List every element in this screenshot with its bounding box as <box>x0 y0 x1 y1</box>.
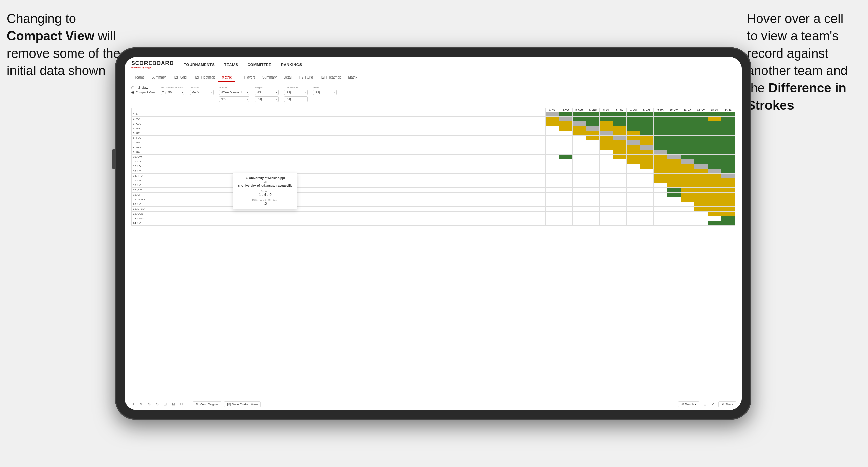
matrix-cell[interactable] <box>694 221 708 226</box>
matrix-cell[interactable] <box>708 159 721 164</box>
save-custom-btn[interactable]: 💾 Save Custom View <box>224 401 261 407</box>
region-select2[interactable]: (All) <box>255 96 279 102</box>
matrix-cell[interactable] <box>627 221 640 226</box>
matrix-cell[interactable] <box>613 174 627 178</box>
matrix-cell[interactable] <box>667 169 681 174</box>
team-select[interactable]: (All) <box>313 90 337 95</box>
matrix-cell[interactable] <box>546 164 559 169</box>
matrix-cell[interactable] <box>613 159 627 164</box>
matrix-cell[interactable] <box>613 117 627 121</box>
matrix-cell[interactable] <box>559 207 573 212</box>
matrix-cell[interactable] <box>627 155 640 159</box>
matrix-cell[interactable] <box>654 212 667 216</box>
view-original-btn[interactable]: 👁 View: Original <box>193 401 221 407</box>
matrix-cell[interactable] <box>613 131 627 136</box>
matrix-cell[interactable] <box>546 169 559 174</box>
matrix-cell[interactable] <box>721 164 735 169</box>
sub-tab-detail[interactable]: Detail <box>280 73 296 82</box>
matrix-cell[interactable] <box>694 207 708 212</box>
matrix-cell[interactable] <box>681 112 694 117</box>
redo-icon[interactable]: ↻ <box>138 402 143 407</box>
matrix-cell[interactable] <box>613 207 627 212</box>
matrix-cell[interactable] <box>654 169 667 174</box>
matrix-cell[interactable] <box>640 202 654 207</box>
matrix-cell[interactable] <box>600 136 613 140</box>
matrix-cell[interactable] <box>667 117 681 121</box>
matrix-cell[interactable] <box>627 207 640 212</box>
matrix-cell[interactable] <box>721 202 735 207</box>
matrix-cell[interactable] <box>600 221 613 226</box>
matrix-cell[interactable] <box>667 193 681 197</box>
matrix-cell[interactable] <box>600 126 613 131</box>
matrix-cell[interactable] <box>546 212 559 216</box>
matrix-cell[interactable] <box>721 207 735 212</box>
matrix-cell[interactable] <box>600 150 613 155</box>
matrix-cell[interactable] <box>654 174 667 178</box>
matrix-cell[interactable] <box>640 164 654 169</box>
matrix-cell[interactable] <box>721 188 735 193</box>
matrix-cell[interactable] <box>721 126 735 131</box>
matrix-cell[interactable] <box>600 155 613 159</box>
matrix-cell[interactable] <box>627 140 640 145</box>
matrix-cell[interactable] <box>640 178 654 183</box>
matrix-cell[interactable] <box>681 159 694 164</box>
matrix-cell[interactable] <box>613 216 627 221</box>
matrix-cell[interactable] <box>654 159 667 164</box>
matrix-cell[interactable] <box>721 212 735 216</box>
matrix-cell[interactable] <box>559 183 573 188</box>
radio-compact-view[interactable]: Compact View <box>131 91 155 94</box>
matrix-cell[interactable] <box>640 112 654 117</box>
nav-teams[interactable]: TEAMS <box>224 61 238 68</box>
matrix-cell[interactable] <box>708 221 721 226</box>
matrix-cell[interactable] <box>708 164 721 169</box>
matrix-cell[interactable] <box>586 155 600 159</box>
matrix-cell[interactable] <box>546 178 559 183</box>
matrix-cell[interactable] <box>600 174 613 178</box>
matrix-cell[interactable] <box>600 121 613 126</box>
matrix-cell[interactable] <box>573 183 586 188</box>
matrix-cell[interactable] <box>573 174 586 178</box>
matrix-cell[interactable] <box>600 207 613 212</box>
matrix-cell[interactable] <box>627 136 640 140</box>
nav-tournaments[interactable]: TOURNAMENTS <box>184 61 215 68</box>
matrix-cell[interactable] <box>627 183 640 188</box>
matrix-cell[interactable] <box>613 136 627 140</box>
matrix-cell[interactable] <box>708 140 721 145</box>
matrix-cell[interactable] <box>640 169 654 174</box>
matrix-cell[interactable] <box>708 126 721 131</box>
matrix-cell[interactable] <box>708 174 721 178</box>
matrix-cell[interactable] <box>546 174 559 178</box>
matrix-cell[interactable] <box>721 178 735 183</box>
matrix-cell[interactable] <box>600 169 613 174</box>
matrix-cell[interactable] <box>586 140 600 145</box>
matrix-cell[interactable] <box>667 159 681 164</box>
matrix-cell[interactable] <box>708 112 721 117</box>
matrix-cell[interactable] <box>600 112 613 117</box>
matrix-cell[interactable] <box>559 155 573 159</box>
matrix-cell[interactable] <box>667 140 681 145</box>
matrix-cell[interactable] <box>546 193 559 197</box>
matrix-cell[interactable] <box>627 169 640 174</box>
matrix-cell[interactable] <box>721 174 735 178</box>
matrix-cell[interactable] <box>586 145 600 150</box>
matrix-cell[interactable] <box>559 193 573 197</box>
matrix-cell[interactable] <box>694 131 708 136</box>
matrix-cell[interactable] <box>654 121 667 126</box>
matrix-cell[interactable] <box>573 216 586 221</box>
matrix-cell[interactable] <box>654 221 667 226</box>
matrix-cell[interactable] <box>559 126 573 131</box>
matrix-cell[interactable] <box>559 121 573 126</box>
matrix-cell[interactable] <box>586 202 600 207</box>
matrix-cell[interactable] <box>681 155 694 159</box>
matrix-cell[interactable] <box>667 150 681 155</box>
matrix-cell[interactable] <box>600 193 613 197</box>
matrix-cell[interactable] <box>667 197 681 202</box>
matrix-cell[interactable] <box>600 117 613 121</box>
matrix-cell[interactable] <box>600 212 613 216</box>
region-select[interactable]: N/A <box>255 90 279 95</box>
sub-tab-h2h-heatmap-left[interactable]: H2H Heatmap <box>190 73 218 82</box>
matrix-cell[interactable] <box>694 159 708 164</box>
matrix-cell[interactable] <box>613 212 627 216</box>
matrix-cell[interactable] <box>573 164 586 169</box>
matrix-cell[interactable] <box>654 131 667 136</box>
